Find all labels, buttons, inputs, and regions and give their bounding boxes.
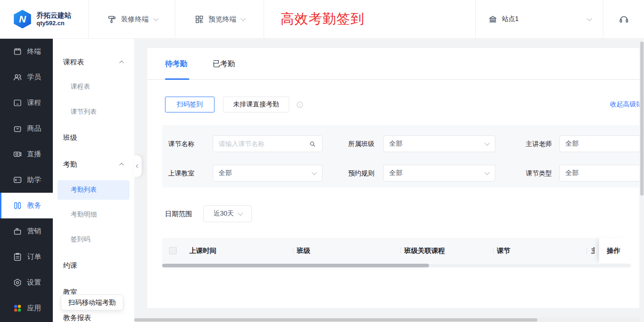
menu-item-label: 教务报表 <box>63 314 91 322</box>
page-horizontal-scrollbar[interactable] <box>134 318 644 322</box>
select-value: 全部 <box>389 140 402 148</box>
column-divider <box>293 247 293 254</box>
qr-code-icon <box>194 14 204 24</box>
class-filter-label: 所属班级 <box>348 135 374 152</box>
menu-item-checkin-code[interactable]: 签到码 <box>53 227 134 252</box>
direct-attendance-button[interactable]: 未排课直接考勤 <box>223 97 289 112</box>
classroom-filter-select[interactable]: 全部 <box>213 165 322 182</box>
column-divider <box>587 247 587 254</box>
primary-sidebar: 终端 学员 课程 商品 直播 助学 教务 营销 订单 设置 应用 <box>0 39 53 322</box>
menu-item-label: 约课 <box>63 261 77 270</box>
site-building-icon <box>488 14 498 24</box>
preview-terminal-label: 预览终端 <box>208 15 236 24</box>
logo[interactable]: N 乔拓云建站 qty592.cn <box>0 0 89 38</box>
chevron-down-icon <box>587 16 592 21</box>
decorate-terminal-label: 装修终端 <box>121 15 149 24</box>
search-icon[interactable] <box>308 140 316 148</box>
shopping-bag-icon <box>13 124 22 133</box>
sidebar-item-live[interactable]: 直播 <box>0 141 53 167</box>
support-button[interactable] <box>603 0 644 38</box>
page-vertical-thumb[interactable] <box>640 42 644 196</box>
sidebar-item-students[interactable]: 学员 <box>0 64 53 90</box>
chevron-left-icon <box>136 164 140 168</box>
sidebar-item-apps[interactable]: 应用 <box>0 295 53 321</box>
page-vertical-scrollbar[interactable] <box>639 39 644 322</box>
menu-item-label: 签到码 <box>71 235 90 244</box>
menu-item-label: 考勤明细 <box>71 210 97 219</box>
select-value: 全部 <box>565 169 579 177</box>
clipboard-icon <box>13 252 22 262</box>
sidebar-item-label: 设置 <box>27 278 41 287</box>
menu-group-course-schedule[interactable]: 课程表 <box>53 50 134 74</box>
menu-item-class[interactable]: 班级 <box>53 125 134 151</box>
sidebar-item-study-aid[interactable]: 助学 <box>0 167 53 193</box>
sidebar-item-label: 订单 <box>27 252 41 261</box>
teacher-filter-select[interactable]: 全部 <box>559 135 639 152</box>
sidebar-item-label: 学员 <box>27 73 41 82</box>
brand-domain: qty592.cn <box>36 20 72 27</box>
table-horizontal-scrollbar[interactable] <box>162 264 631 267</box>
scan-checkin-button[interactable]: 扫码签到 <box>165 97 215 112</box>
collapse-advanced-filter-link[interactable]: 收起高级筛选 <box>610 100 639 109</box>
column-header-action: 操作 <box>599 238 631 263</box>
sidebar-item-settings[interactable]: 设置 <box>0 270 53 295</box>
select-all-checkbox[interactable] <box>169 247 177 254</box>
active-tab-underline <box>165 78 189 80</box>
chevron-down-icon <box>312 170 317 175</box>
classroom-filter-label: 上课教室 <box>168 165 194 182</box>
sidebar-item-academic[interactable]: 教务 <box>0 193 53 218</box>
menu-item-label: 考勤列表 <box>71 186 97 194</box>
menu-group-attendance[interactable]: 考勤 <box>53 151 134 178</box>
page-horizontal-thumb[interactable] <box>134 318 537 322</box>
menu-item-lesson-list[interactable]: 课节列表 <box>53 99 134 125</box>
menu-item-attendance-detail[interactable]: 考勤明细 <box>53 202 134 227</box>
brand-name: 乔拓云建站 <box>36 11 72 20</box>
decorate-terminal-menu[interactable]: 装修终端 <box>89 0 175 38</box>
column-header-class: 班级 <box>297 238 310 263</box>
paint-roller-icon <box>107 14 117 24</box>
table-scrollbar-thumb[interactable] <box>162 264 429 267</box>
gamepad-icon <box>13 175 22 185</box>
date-range-select[interactable]: 近30天 <box>203 205 252 222</box>
preview-terminal-menu[interactable]: 预览终端 <box>175 0 264 38</box>
chevron-down-icon <box>485 140 490 146</box>
sidebar-collapse-handle[interactable] <box>134 155 142 177</box>
menu-item-booking[interactable]: 约课 <box>53 252 134 280</box>
rule-filter-select[interactable]: 全部 <box>383 165 495 182</box>
lesson-type-filter-select[interactable]: 全部 <box>559 165 639 182</box>
menu-item-attendance-list-active[interactable]: 考勤列表 <box>57 180 129 200</box>
date-range-value: 近30天 <box>214 210 234 218</box>
tab-pending-attendance[interactable]: 待考勤 <box>165 48 187 80</box>
lesson-name-label: 课节名称 <box>168 135 194 152</box>
info-icon[interactable] <box>296 101 304 109</box>
sidebar-item-marketing[interactable]: 营销 <box>0 218 53 244</box>
chevron-up-icon <box>119 60 124 65</box>
site-selector[interactable]: 站点1 <box>475 0 603 38</box>
sidebar-item-orders[interactable]: 订单 <box>0 244 53 270</box>
menu-item-course-table[interactable]: 课程表 <box>53 74 134 99</box>
column-header-clipped: 主讲老师 <box>591 238 594 263</box>
sidebar-item-label: 课程 <box>27 98 41 107</box>
sidebar-item-goods[interactable]: 商品 <box>0 116 53 141</box>
menu-group-label: 考勤 <box>63 160 77 169</box>
tab-done-attendance[interactable]: 已考勤 <box>213 48 235 80</box>
lesson-name-search-field[interactable] <box>213 135 322 152</box>
column-divider <box>493 247 494 254</box>
lesson-name-input[interactable] <box>213 136 308 152</box>
course-book-icon <box>13 98 22 108</box>
sidebar-item-label: 应用 <box>27 304 41 313</box>
filter-panel: 课节名称 所属班级 全部 主讲老师 全部 上课教室 全部 预约规则 全部 课节类… <box>162 125 639 188</box>
column-header-lesson: 课节 <box>497 238 510 263</box>
sidebar-item-terminal[interactable]: 终端 <box>0 39 53 64</box>
menu-item-label: 课程表 <box>71 83 90 91</box>
class-filter-select[interactable]: 全部 <box>383 135 495 152</box>
live-camera-icon <box>13 149 22 159</box>
sidebar-item-label: 营销 <box>27 227 41 236</box>
table-header: 上课时间 班级 班级关联课程 课节 主讲老师 操作 <box>162 238 631 263</box>
sidebar-item-courses[interactable]: 课程 <box>0 90 53 116</box>
site-name: 站点1 <box>502 15 519 23</box>
column-header-related-course: 班级关联课程 <box>404 238 445 263</box>
lesson-type-filter-label: 课节类型 <box>526 165 552 182</box>
sidebar-item-label: 直播 <box>27 150 41 159</box>
sidebar-item-label: 终端 <box>27 47 41 56</box>
